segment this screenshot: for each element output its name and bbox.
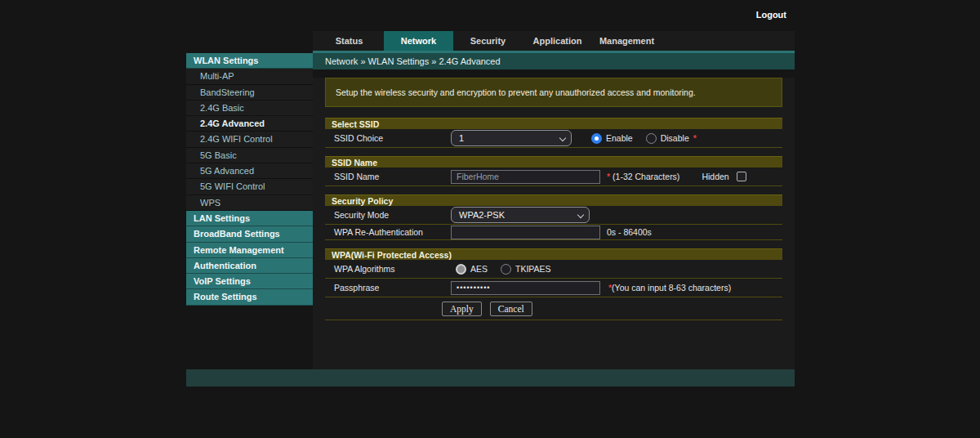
sidebar-item-5g-advanced[interactable]: 5G Advanced bbox=[186, 163, 313, 179]
ssid-choice-label: SSID Choice bbox=[325, 133, 451, 143]
section-select-ssid: Select SSID SSID Choice 1 Enable Disable bbox=[325, 118, 782, 148]
ssid-choice-selected-value: 1 bbox=[459, 133, 464, 143]
sidebar-item-route-settings[interactable]: Route Settings bbox=[186, 289, 313, 305]
tab-security[interactable]: Security bbox=[453, 31, 523, 51]
tab-status[interactable]: Status bbox=[314, 31, 384, 51]
section-wpa-title: WPA(Wi-Fi Protected Access) bbox=[325, 248, 782, 260]
ssid-choice-select[interactable]: 1 bbox=[451, 130, 572, 146]
security-mode-row: Security Mode WPA2-PSK bbox=[325, 206, 782, 225]
sidebar-item-wlan-settings[interactable]: WLAN Settings bbox=[186, 53, 313, 69]
ssid-name-hint: (1-32 Characters) bbox=[612, 172, 679, 181]
ssid-enable-label: Enable bbox=[606, 133, 633, 143]
section-security-policy-title: Security Policy bbox=[325, 194, 782, 206]
sidebar-nav: WLAN Settings Multi-AP BandSteering 2.4G… bbox=[186, 53, 313, 306]
form-area: Setup the wireless security and encrypti… bbox=[313, 78, 795, 374]
wpa-algorithms-row: WPA Algorithms AES TKIPAES bbox=[325, 260, 782, 279]
ssid-disable-label: Disable bbox=[661, 133, 689, 143]
wpa-reauth-hint: 0s - 86400s bbox=[607, 227, 652, 237]
sidebar-item-voip-settings[interactable]: VoIP Settings bbox=[186, 274, 313, 289]
hidden-label: Hidden bbox=[702, 172, 728, 181]
tkipaes-label: TKIPAES bbox=[515, 264, 551, 274]
sidebar-item-bandsteering[interactable]: BandSteering bbox=[186, 85, 313, 101]
section-ssid-name-title: SSID Name bbox=[325, 156, 782, 168]
sidebar-item-broadband-settings[interactable]: BroadBand Settings bbox=[186, 226, 313, 242]
section-security-policy: Security Policy Security Mode WPA2-PSK W… bbox=[325, 194, 782, 240]
chevron-down-icon bbox=[578, 212, 584, 218]
sidebar-item-authentication[interactable]: Authentication bbox=[186, 258, 313, 274]
sidebar-item-wps[interactable]: WPS bbox=[186, 195, 313, 211]
hidden-checkbox[interactable] bbox=[737, 172, 746, 181]
section-ssid-name: SSID Name SSID Name * (1-32 Characters) … bbox=[325, 156, 782, 186]
wpa-reauth-input[interactable] bbox=[451, 226, 600, 239]
sidebar-item-24g-basic[interactable]: 2.4G Basic bbox=[186, 101, 313, 116]
logout-link[interactable]: Logout bbox=[756, 10, 786, 20]
breadcrumb: Network » WLAN Settings » 2.4G Advanced bbox=[313, 53, 795, 69]
info-banner: Setup the wireless security and encrypti… bbox=[325, 78, 782, 107]
security-mode-selected-value: WPA2-PSK bbox=[459, 210, 505, 220]
section-select-ssid-title: Select SSID bbox=[325, 118, 782, 129]
router-admin-app: Logout WLAN Settings Multi-AP BandSteeri… bbox=[186, 0, 795, 438]
info-banner-text: Setup the wireless security and encrypti… bbox=[336, 87, 696, 97]
wpa-reauth-row: WPA Re-Authentication 0s - 86400s bbox=[325, 225, 782, 240]
top-bar: Logout bbox=[186, 0, 795, 31]
passphrase-row: Passphrase * (You can input 8-63 charact… bbox=[325, 279, 782, 297]
wpa-reauth-label: WPA Re-Authentication bbox=[325, 227, 451, 237]
security-mode-select[interactable]: WPA2-PSK bbox=[451, 207, 590, 223]
ssid-disable-radio[interactable] bbox=[646, 133, 657, 144]
required-asterisk: * bbox=[607, 172, 610, 181]
ssid-enable-radio[interactable] bbox=[591, 133, 602, 144]
tab-network[interactable]: Network bbox=[384, 31, 453, 51]
sidebar-item-5g-basic[interactable]: 5G Basic bbox=[186, 148, 313, 163]
form-actions: Apply Cancel bbox=[325, 297, 782, 320]
aes-radio[interactable] bbox=[456, 264, 466, 275]
sidebar-item-lan-settings[interactable]: LAN Settings bbox=[186, 211, 313, 226]
ssid-choice-row: SSID Choice 1 Enable Disable * bbox=[325, 129, 782, 148]
tkipaes-radio[interactable] bbox=[501, 264, 511, 275]
passphrase-hint: (You can input 8-63 characters) bbox=[612, 283, 731, 293]
aes-label: AES bbox=[470, 264, 488, 274]
ssid-name-input[interactable] bbox=[451, 170, 600, 184]
chevron-down-icon bbox=[560, 136, 566, 141]
section-wpa: WPA(Wi-Fi Protected Access) WPA Algorith… bbox=[325, 248, 782, 297]
sidebar-item-24g-advanced[interactable]: 2.4G Advanced bbox=[186, 116, 313, 132]
sidebar-item-5g-wifi-control[interactable]: 5G WIFI Control bbox=[186, 179, 313, 194]
required-asterisk: * bbox=[693, 133, 697, 143]
ssid-name-row: SSID Name * (1-32 Characters) Hidden bbox=[325, 168, 782, 186]
sidebar-item-24g-wifi-control[interactable]: 2.4G WIFI Control bbox=[186, 132, 313, 147]
passphrase-label: Passphrase bbox=[325, 283, 451, 293]
tab-management[interactable]: Management bbox=[592, 31, 662, 51]
sidebar-item-multi-ap[interactable]: Multi-AP bbox=[186, 69, 313, 84]
cancel-button[interactable]: Cancel bbox=[490, 302, 532, 316]
tab-application[interactable]: Application bbox=[523, 31, 592, 51]
ssid-name-label: SSID Name bbox=[325, 172, 451, 181]
sidebar-item-remote-management[interactable]: Remote Management bbox=[186, 243, 313, 258]
wpa-algorithms-label: WPA Algorithms bbox=[325, 264, 451, 274]
top-nav-tabs: Status Network Security Application Mana… bbox=[313, 31, 795, 51]
apply-button[interactable]: Apply bbox=[442, 302, 482, 316]
passphrase-input[interactable] bbox=[451, 281, 600, 295]
footer-bar bbox=[186, 369, 795, 387]
security-mode-label: Security Mode bbox=[325, 210, 451, 220]
